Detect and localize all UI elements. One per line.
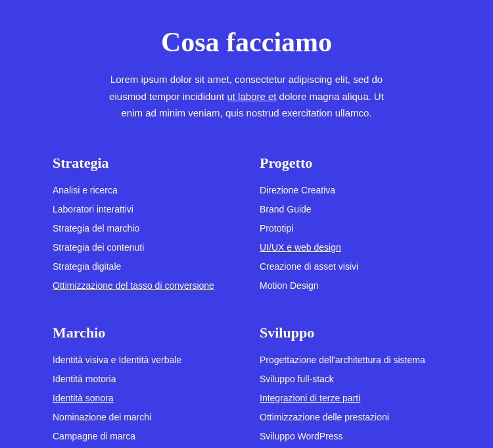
list-item: Identità visiva e Identità verbale — [53, 353, 233, 367]
list-item: Strategia digitale — [53, 260, 233, 274]
section-progetto: Progetto Direzione Creativa Brand Guide … — [260, 155, 440, 298]
header-section: Cosa facciamo Lorem ipsum dolor sit amet… — [53, 26, 440, 122]
section-title-progetto: Progetto — [260, 155, 440, 172]
section-title-sviluppo: Sviluppo — [260, 324, 440, 341]
list-item-underlined[interactable]: Identità sonora — [53, 391, 233, 405]
list-item-underlined[interactable]: Integrazioni di terze parti — [260, 391, 440, 405]
section-title-marchio: Marchio — [53, 324, 233, 341]
section-strategia: Strategia Analisi e ricerca Laboratori i… — [53, 155, 233, 298]
list-item-underlined[interactable]: Ottimizzazione del tasso di conversione — [53, 279, 233, 293]
list-item: Brand Guide — [260, 203, 440, 216]
list-item: Motion Design — [260, 279, 440, 293]
list-item: Prototipi — [260, 222, 440, 236]
page-wrapper: Cosa facciamo Lorem ipsum dolor sit amet… — [0, 0, 493, 448]
list-item: Sviluppo WordPress — [260, 430, 440, 443]
list-item: Ottimizzazione delle prestazioni — [260, 411, 440, 424]
list-item: Progettazione dell'architettura di siste… — [260, 353, 440, 367]
list-strategia: Analisi e ricerca Laboratori interattivi… — [53, 184, 233, 293]
list-item: Campagne di marca — [53, 430, 233, 443]
list-item: Direzione Creativa — [260, 184, 440, 197]
list-marchio: Identità visiva e Identità verbale Ident… — [53, 353, 233, 449]
list-sviluppo: Progettazione dell'architettura di siste… — [260, 353, 440, 449]
section-title-strategia: Strategia — [53, 155, 233, 172]
list-item: Laboratori interattivi — [53, 203, 233, 216]
list-item: Identità motoria — [53, 372, 233, 386]
list-item: Nominazione dei marchi — [53, 411, 233, 424]
list-item: Analisi e ricerca — [53, 184, 233, 197]
list-item: Creazione di asset visivi — [260, 260, 440, 274]
list-item-underlined[interactable]: UI/UX e web design — [260, 241, 440, 255]
list-progetto: Direzione Creativa Brand Guide Prototipi… — [260, 184, 440, 293]
list-item: Sviluppo full-stack — [260, 372, 440, 386]
page-subtitle: Lorem ipsum dolor sit amet, consectetur … — [102, 71, 391, 122]
section-marchio: Marchio Identità visiva e Identità verba… — [53, 324, 233, 449]
section-sviluppo: Sviluppo Progettazione dell'architettura… — [260, 324, 440, 449]
page-title: Cosa facciamo — [53, 26, 440, 58]
services-grid: Strategia Analisi e ricerca Laboratori i… — [53, 155, 440, 449]
list-item: Strategia del marchio — [53, 222, 233, 236]
list-item: Strategia dei contenuti — [53, 241, 233, 255]
